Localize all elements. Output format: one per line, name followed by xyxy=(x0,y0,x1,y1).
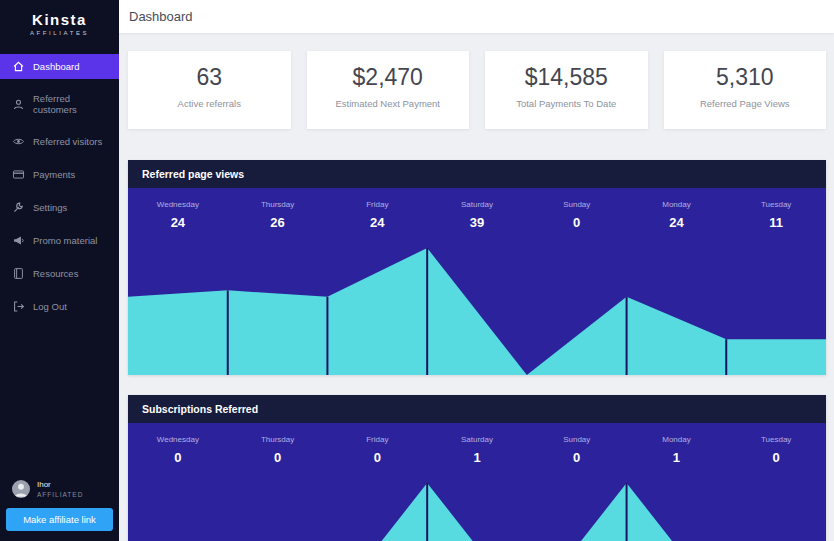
stat-label: Estimated Next Payment xyxy=(307,98,470,109)
make-affiliate-link-button[interactable]: Make affiliate link xyxy=(6,508,113,531)
sidebar-item-label: Resources xyxy=(33,268,78,279)
content: 63Active referrals$2,470Estimated Next P… xyxy=(119,33,834,541)
day-label: Thursday xyxy=(228,200,328,209)
day-label: Wednesday xyxy=(128,200,228,209)
avatar xyxy=(12,480,30,498)
stat-card-active-referrals: 63Active referrals xyxy=(128,51,291,129)
sidebar-item-dashboard[interactable]: Dashboard xyxy=(0,54,119,79)
day-value: 0 xyxy=(726,450,826,465)
eye-icon xyxy=(12,135,25,148)
chart-day-column: Saturday1 xyxy=(427,423,527,465)
day-label: Tuesday xyxy=(726,200,826,209)
day-label: Friday xyxy=(327,200,427,209)
day-value: 24 xyxy=(327,215,427,230)
app-window: Kinsta AFFILIATES DashboardReferred cust… xyxy=(0,0,834,541)
stat-card-estimated-next-payment: $2,470Estimated Next Payment xyxy=(307,51,470,129)
day-value: 0 xyxy=(527,450,627,465)
chart-day-row: Wednesday0Thursday0Friday0Saturday1Sunda… xyxy=(128,423,826,465)
referred-page-views-panel: Referred page views Wednesday24Thursday2… xyxy=(128,160,826,375)
chart-area: Wednesday24Thursday26Friday24Saturday39S… xyxy=(128,188,826,375)
stat-value: $14,585 xyxy=(485,64,648,91)
day-label: Monday xyxy=(627,435,727,444)
stat-value: 5,310 xyxy=(664,64,827,91)
sidebar-item-payments[interactable]: Payments xyxy=(0,162,119,187)
sidebar-item-resources[interactable]: Resources xyxy=(0,261,119,286)
day-value: 1 xyxy=(427,450,527,465)
sidebar: Kinsta AFFILIATES DashboardReferred cust… xyxy=(0,0,119,541)
chart-day-row: Wednesday24Thursday26Friday24Saturday39S… xyxy=(128,188,826,230)
user-name: Ihor xyxy=(37,480,83,490)
chart-title: Subscriptions Referred xyxy=(128,395,826,423)
sidebar-item-label: Payments xyxy=(33,169,75,180)
user-block[interactable]: Ihor AFFILIATED xyxy=(6,480,113,498)
chart-day-column: Wednesday24 xyxy=(128,188,228,230)
sidebar-item-log-out[interactable]: Log Out xyxy=(0,294,119,319)
logout-icon xyxy=(12,300,25,313)
chart-day-column: Sunday0 xyxy=(527,423,627,465)
sidebar-item-referred-visitors[interactable]: Referred visitors xyxy=(0,129,119,154)
chart-day-column: Tuesday11 xyxy=(726,188,826,230)
day-value: 24 xyxy=(627,215,727,230)
day-label: Sunday xyxy=(527,200,627,209)
day-label: Saturday xyxy=(427,200,527,209)
day-value: 0 xyxy=(128,450,228,465)
stat-card-total-payments-to-date: $14,585Total Payments To Date xyxy=(485,51,648,129)
sidebar-item-referred-customers[interactable]: Referred customers xyxy=(0,87,119,121)
sidebar-item-label: Referred customers xyxy=(33,93,107,115)
stat-label: Active referrals xyxy=(128,98,291,109)
sidebar-bottom: Ihor AFFILIATED Make affiliate link xyxy=(0,472,119,541)
day-label: Monday xyxy=(627,200,727,209)
day-value: 39 xyxy=(427,215,527,230)
book-icon xyxy=(12,267,25,280)
chart-day-column: Friday24 xyxy=(327,188,427,230)
chart-title: Referred page views xyxy=(128,160,826,188)
sidebar-item-label: Referred visitors xyxy=(33,136,102,147)
stat-card-referred-page-views: 5,310Referred Page Views xyxy=(664,51,827,129)
day-value: 11 xyxy=(726,215,826,230)
chart-day-column: Friday0 xyxy=(327,423,427,465)
chart-day-column: Tuesday0 xyxy=(726,423,826,465)
day-label: Tuesday xyxy=(726,435,826,444)
stat-label: Referred Page Views xyxy=(664,98,827,109)
chart-day-column: Thursday0 xyxy=(228,423,328,465)
sidebar-nav: DashboardReferred customersReferred visi… xyxy=(0,54,119,327)
day-label: Thursday xyxy=(228,435,328,444)
user-role: AFFILIATED xyxy=(37,491,83,498)
card-icon xyxy=(12,168,25,181)
day-value: 1 xyxy=(627,450,727,465)
main-area: Dashboard 63Active referrals$2,470Estima… xyxy=(119,0,834,541)
logo-subtitle: AFFILIATES xyxy=(0,30,119,36)
day-label: Sunday xyxy=(527,435,627,444)
chart-area: Wednesday0Thursday0Friday0Saturday1Sunda… xyxy=(128,423,826,541)
day-value: 0 xyxy=(228,450,328,465)
chart-day-column: Thursday26 xyxy=(228,188,328,230)
stat-value: $2,470 xyxy=(307,64,470,91)
sidebar-item-label: Promo material xyxy=(33,235,97,246)
stat-label: Total Payments To Date xyxy=(485,98,648,109)
stat-value: 63 xyxy=(128,64,291,91)
day-label: Saturday xyxy=(427,435,527,444)
chart-day-column: Wednesday0 xyxy=(128,423,228,465)
kinsta-logo: Kinsta AFFILIATES xyxy=(0,0,119,48)
day-value: 24 xyxy=(128,215,228,230)
user-icon xyxy=(12,98,25,111)
stats-row: 63Active referrals$2,470Estimated Next P… xyxy=(128,51,826,129)
sidebar-item-settings[interactable]: Settings xyxy=(0,195,119,220)
sidebar-item-label: Dashboard xyxy=(33,61,79,72)
sidebar-item-promo-material[interactable]: Promo material xyxy=(0,228,119,253)
chart-day-column: Monday1 xyxy=(627,423,727,465)
day-label: Wednesday xyxy=(128,435,228,444)
chart-day-column: Monday24 xyxy=(627,188,727,230)
day-value: 0 xyxy=(327,450,427,465)
day-label: Friday xyxy=(327,435,427,444)
day-value: 0 xyxy=(527,215,627,230)
sidebar-item-label: Log Out xyxy=(33,301,67,312)
chart-day-column: Sunday0 xyxy=(527,188,627,230)
subscriptions-referred-panel: Subscriptions Referred Wednesday0Thursda… xyxy=(128,395,826,541)
page-title: Dashboard xyxy=(129,9,193,24)
topbar: Dashboard xyxy=(119,0,834,33)
chart-day-column: Saturday39 xyxy=(427,188,527,230)
logo-text: Kinsta xyxy=(0,11,119,28)
sidebar-item-label: Settings xyxy=(33,202,67,213)
day-value: 26 xyxy=(228,215,328,230)
